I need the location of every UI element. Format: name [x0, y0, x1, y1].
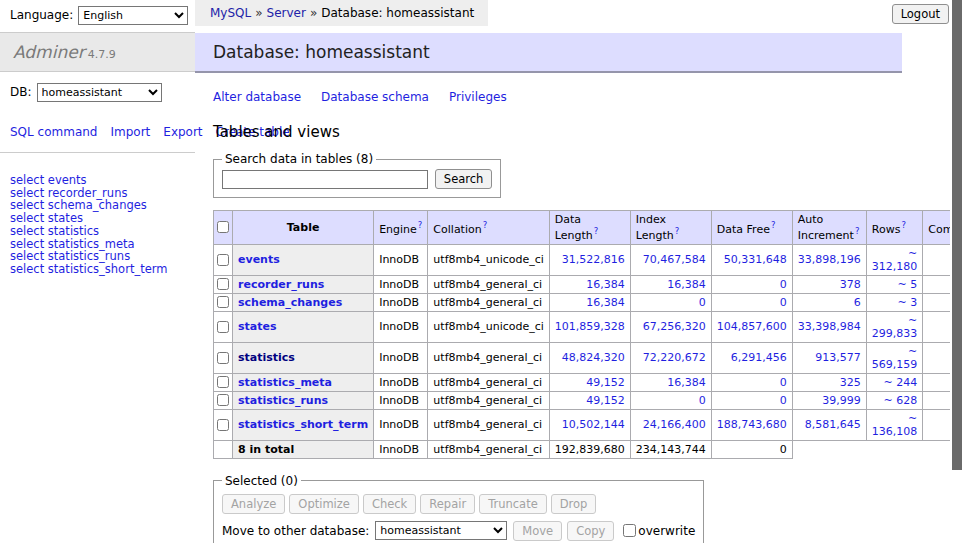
- scrollbar-track[interactable]: [950, 0, 966, 543]
- index-length-link[interactable]: 70,467,584: [643, 253, 706, 266]
- sidebar-item-select-events[interactable]: select events: [10, 174, 185, 187]
- index-length-link[interactable]: 24,166,400: [643, 418, 706, 431]
- search-input[interactable]: [222, 170, 428, 189]
- row-checkbox[interactable]: [217, 278, 229, 290]
- table-link-statistics-meta[interactable]: statistics_meta: [238, 376, 332, 389]
- auto-increment-link[interactable]: 378: [840, 278, 861, 291]
- copy-button[interactable]: Copy: [567, 521, 614, 541]
- data-length-link[interactable]: 49,152: [586, 376, 625, 389]
- alter-database-link[interactable]: Alter database: [213, 90, 301, 104]
- scrollbar-thumb[interactable]: [952, 0, 962, 470]
- data-free-link[interactable]: 50,331,648: [724, 253, 787, 266]
- table-link-recorder-runs[interactable]: recorder_runs: [238, 278, 324, 291]
- privileges-link[interactable]: Privileges: [449, 90, 507, 104]
- move-database-select[interactable]: homeassistant: [375, 521, 507, 540]
- overwrite-checkbox[interactable]: [623, 524, 636, 537]
- data-length-link[interactable]: 101,859,328: [555, 320, 625, 333]
- auto-increment-link[interactable]: 33,898,196: [798, 253, 861, 266]
- index-length-link[interactable]: 16,384: [667, 278, 706, 291]
- index-length-cell: 16,384: [630, 275, 711, 293]
- breadcrumb-server[interactable]: Server: [267, 6, 306, 20]
- check-button[interactable]: Check: [363, 494, 416, 514]
- repair-button[interactable]: Repair: [420, 494, 475, 514]
- help-link[interactable]: ?: [594, 226, 599, 236]
- rows-link[interactable]: ~ 136,108: [872, 412, 918, 438]
- help-link[interactable]: ?: [901, 220, 906, 230]
- table-link-statistics[interactable]: statistics: [238, 351, 295, 364]
- data-length-link[interactable]: 48,824,320: [562, 351, 625, 364]
- help-link[interactable]: ?: [855, 226, 860, 236]
- table-link-schema-changes[interactable]: schema_changes: [238, 296, 342, 309]
- breadcrumb-mysql[interactable]: MySQL: [210, 6, 251, 20]
- row-checkbox[interactable]: [217, 254, 229, 266]
- data-free-link[interactable]: 0: [780, 278, 787, 291]
- sidebar-item-select-statistics[interactable]: select statistics: [10, 225, 185, 238]
- help-link[interactable]: ?: [418, 220, 423, 230]
- analyze-button[interactable]: Analyze: [222, 494, 285, 514]
- data-length-link[interactable]: 49,152: [586, 394, 625, 407]
- data-length-link[interactable]: 31,522,816: [562, 253, 625, 266]
- row-checkbox[interactable]: [217, 296, 229, 308]
- truncate-button[interactable]: Truncate: [479, 494, 547, 514]
- row-checkbox[interactable]: [217, 394, 229, 406]
- rows-link[interactable]: ~ 312,180: [872, 247, 918, 273]
- help-link[interactable]: ?: [771, 220, 776, 230]
- index-length-link[interactable]: 0: [699, 296, 706, 309]
- sidebar-item-select-statistics-short-term[interactable]: select statistics_short_term: [10, 263, 185, 276]
- data-length-link[interactable]: 10,502,144: [562, 418, 625, 431]
- index-length-link[interactable]: 72,220,672: [643, 351, 706, 364]
- rows-link[interactable]: ~ 299,833: [872, 314, 918, 340]
- row-checkbox[interactable]: [217, 352, 229, 364]
- rows-link[interactable]: ~ 628: [884, 394, 918, 407]
- table-link-states[interactable]: states: [238, 320, 277, 333]
- rows-link[interactable]: ~ 5: [898, 278, 918, 291]
- index-length-link[interactable]: 16,384: [667, 376, 706, 389]
- data-free-link[interactable]: 188,743,680: [717, 418, 787, 431]
- help-link[interactable]: ?: [483, 220, 488, 230]
- logout-button[interactable]: Logout: [892, 4, 949, 24]
- move-button[interactable]: Move: [513, 521, 562, 541]
- auto-increment-link[interactable]: 6: [854, 296, 861, 309]
- row-checkbox[interactable]: [217, 376, 229, 388]
- engine-cell: InnoDB: [374, 244, 428, 275]
- rows-link[interactable]: ~ 3: [898, 296, 918, 309]
- rows-cell: ~ 312,180: [866, 244, 922, 275]
- db-select[interactable]: homeassistant: [37, 83, 162, 102]
- header-row: TableEngine?Collation?Data Length?Index …: [214, 211, 966, 245]
- data-free-link[interactable]: 0: [780, 394, 787, 407]
- data-free-link[interactable]: 0: [780, 296, 787, 309]
- row-checkbox[interactable]: [217, 321, 229, 333]
- table-link-statistics-short-term[interactable]: statistics_short_term: [238, 418, 368, 431]
- search-button[interactable]: Search: [435, 169, 493, 189]
- sidebar-item-select-states[interactable]: select states: [10, 212, 185, 225]
- row-checkbox[interactable]: [217, 419, 229, 431]
- data-free-link[interactable]: 0: [780, 376, 787, 389]
- auto-increment-link[interactable]: 325: [840, 376, 861, 389]
- select-all-checkbox[interactable]: [217, 221, 229, 233]
- sidebar-action-import[interactable]: Import: [110, 125, 150, 139]
- index-length-link[interactable]: 67,256,320: [643, 320, 706, 333]
- help-link[interactable]: ?: [675, 226, 680, 236]
- language-select[interactable]: English: [78, 6, 188, 25]
- table-link-statistics-runs[interactable]: statistics_runs: [238, 394, 328, 407]
- optimize-button[interactable]: Optimize: [289, 494, 359, 514]
- data-length-cell: 49,152: [549, 373, 630, 391]
- data-length-cell: 101,859,328: [549, 311, 630, 342]
- rows-link[interactable]: ~ 569,159: [872, 345, 918, 371]
- sidebar-action-sql-command[interactable]: SQL command: [10, 125, 97, 139]
- database-schema-link[interactable]: Database schema: [321, 90, 429, 104]
- data-length-link[interactable]: 16,384: [586, 278, 625, 291]
- data-length-link[interactable]: 16,384: [586, 296, 625, 309]
- data-free-link[interactable]: 104,857,600: [717, 320, 787, 333]
- table-link-events[interactable]: events: [238, 253, 280, 266]
- index-length-link[interactable]: 0: [699, 394, 706, 407]
- total-empty-cell: [792, 440, 966, 458]
- auto-increment-link[interactable]: 8,581,645: [805, 418, 861, 431]
- auto-increment-link[interactable]: 39,999: [822, 394, 861, 407]
- rows-link[interactable]: ~ 244: [884, 376, 918, 389]
- auto-increment-link[interactable]: 33,398,984: [798, 320, 861, 333]
- data-free-link[interactable]: 6,291,456: [731, 351, 787, 364]
- rows-cell: ~ 3: [866, 293, 922, 311]
- drop-button[interactable]: Drop: [551, 494, 597, 514]
- auto-increment-link[interactable]: 913,577: [815, 351, 861, 364]
